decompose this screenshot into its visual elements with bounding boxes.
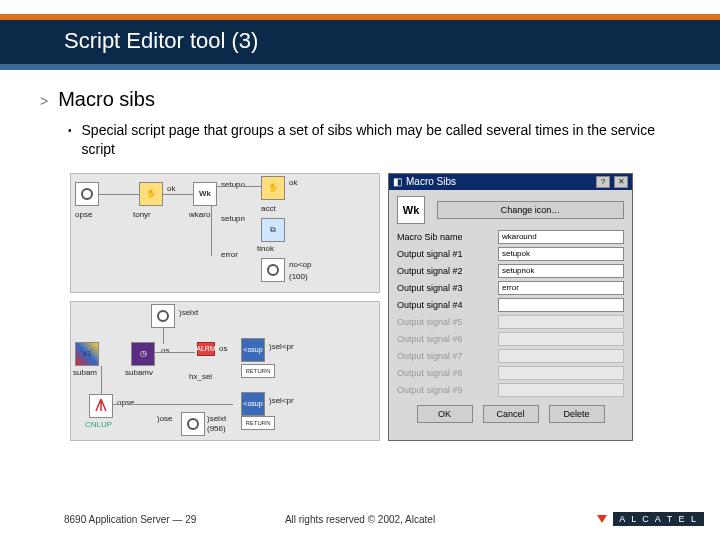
lbl-selxtb: )selxt [207,414,226,423]
sib-start-a [75,182,99,206]
sib-clock: ◷ [131,342,155,366]
sig7-label: Output signal #7 [397,351,492,361]
sig6-label: Output signal #6 [397,334,492,344]
bullet-level2: • Special script page that groups a set … [68,121,690,159]
bullet2-text: Special script page that groups a set of… [82,121,690,159]
lbl-os2: os [219,344,227,353]
name-field[interactable]: wkaround [498,230,624,244]
lbl-setupn: setupn [221,214,245,223]
sib-tinok: ⧉ [261,218,285,242]
chevron-icon: > [40,93,48,109]
footer-center: All rights reserved © 2002, Alcatel [285,514,435,525]
sig4-field[interactable] [498,298,624,312]
sig6-field [498,332,624,346]
lbl-opse-b: opse [117,398,134,407]
lbl-selxt: )selxt [179,308,198,317]
sib-return1: RETURN [241,364,275,378]
slide-title: Script Editor tool (3) [0,20,720,64]
lbl-hxsel: hx_sel [189,372,212,381]
sig9-label: Output signal #9 [397,385,492,395]
sib-osup: <osup [241,338,265,362]
triangle-icon [597,515,607,523]
dot-icon: • [68,121,72,159]
lbl-tinok: tinok [257,244,274,253]
sig8-label: Output signal #8 [397,368,492,378]
footer: 8690 Application Server — 29 All rights … [0,512,720,526]
help-button[interactable]: ? [596,176,610,188]
sig3-label: Output signal #3 [397,283,492,293]
lbl-subamv: subamv [125,368,153,377]
lbl-subam: subam [73,368,97,377]
footer-left: 8690 Application Server — 29 [64,514,196,525]
app-icon: ◧ [393,176,402,187]
lbl-os: os [161,346,169,355]
dialog-body: Wk Change icon… Macro Sib namewkaround O… [389,190,632,431]
lbl-tonyr: tonyr [133,210,151,219]
macro-icon: Wk [397,196,425,224]
lbl-opse: opse [75,210,92,219]
sib-fork [89,394,113,418]
sib-end-a [261,258,285,282]
diagram-panel-b: )selxt V1 subam ◷ subamv os ALRM os <osu… [70,301,380,441]
sib-start-b [151,304,175,328]
close-button[interactable]: ✕ [614,176,628,188]
sib-osup2: <osup [241,392,265,416]
dialog-title: Macro Sibs [406,176,456,187]
sig2-field[interactable]: setupnok [498,264,624,278]
diagram-panel-a: opse ✋ ok tonyr Wk wkaro setupo setupn e… [70,173,380,293]
lbl-setupo: setupo [221,180,245,189]
delete-button[interactable]: Delete [549,405,605,423]
sib-wk: Wk [193,182,217,206]
sig9-field [498,383,624,397]
sig8-field [498,366,624,380]
lbl-selup: )sel<pr [269,342,294,351]
lbl-noop: no<op [289,260,311,269]
sig1-label: Output signal #1 [397,249,492,259]
diagram-column: opse ✋ ok tonyr Wk wkaro setupo setupn e… [70,173,380,441]
lbl-cnlup: CNLUP [85,420,112,429]
brand-text: A L C A T E L [613,512,704,526]
lbl-100: (100) [289,272,308,281]
lbl-ose: )ose [157,414,173,423]
sig3-field[interactable]: error [498,281,624,295]
sib-end-b [181,412,205,436]
lbl-acct: acct [261,204,276,213]
name-label: Macro Sib name [397,232,492,242]
sig1-field[interactable]: setupok [498,247,624,261]
bullet1-text: Macro sibs [58,88,155,111]
figure-row: opse ✋ ok tonyr Wk wkaro setupo setupn e… [70,173,690,441]
content-area: > Macro sibs • Special script page that … [0,70,720,441]
brand-logo: A L C A T E L [597,512,704,526]
lbl-956: (956) [207,424,226,433]
change-icon-button[interactable]: Change icon… [437,201,624,219]
macro-sibs-dialog: ◧ Macro Sibs ? ✕ Wk Change icon… Macro S… [388,173,633,441]
ok-button[interactable]: OK [417,405,473,423]
sig7-field [498,349,624,363]
sib-hand2: ✋ [261,176,285,200]
sig2-label: Output signal #2 [397,266,492,276]
sig5-label: Output signal #5 [397,317,492,327]
sib-alrm: ALRM [197,342,215,356]
dialog-titlebar[interactable]: ◧ Macro Sibs ? ✕ [389,174,632,190]
sib-v1: V1 [75,342,99,366]
cancel-button[interactable]: Cancel [483,405,539,423]
bullet-level1: > Macro sibs [40,88,690,111]
sib-hand1: ✋ [139,182,163,206]
sib-return2: RETURN [241,416,275,430]
lbl-wkaro: wkaro [189,210,210,219]
lbl-selup2: )sel<pr [269,396,294,405]
lbl-ok1: ok [167,184,175,193]
lbl-error: error [221,250,238,259]
lbl-ok2: ok [289,178,297,187]
sig4-label: Output signal #4 [397,300,492,310]
sig5-field [498,315,624,329]
